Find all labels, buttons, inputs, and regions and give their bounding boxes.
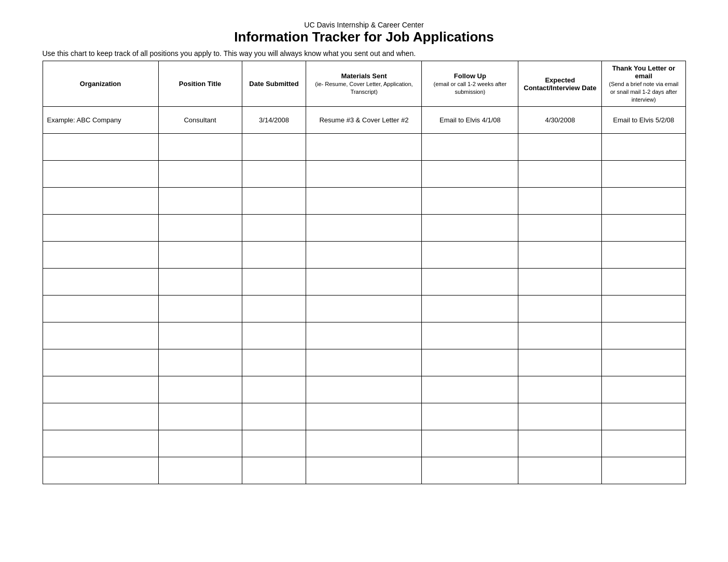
page-header: UC Davis Internship & Career Center Info… <box>43 21 686 45</box>
table-cell <box>242 322 306 349</box>
job-tracker-table: Organization Position Title Date Submitt… <box>43 61 686 484</box>
table-cell <box>306 215 422 242</box>
table-cell <box>43 322 158 349</box>
table-cell <box>602 376 685 403</box>
table-cell <box>422 269 518 296</box>
table-cell <box>422 134 518 161</box>
table-row <box>43 242 685 269</box>
table-cell <box>422 296 518 322</box>
table-cell <box>518 376 602 403</box>
table-cell <box>602 134 685 161</box>
table-row <box>43 161 685 188</box>
main-title: Information Tracker for Job Applications <box>43 29 686 45</box>
table-cell <box>43 269 158 296</box>
table-cell <box>158 322 242 349</box>
table-row <box>43 349 685 376</box>
table-row <box>43 403 685 430</box>
table-cell <box>518 430 602 457</box>
table-cell <box>242 134 306 161</box>
table-cell <box>602 161 685 188</box>
table-cell <box>158 296 242 322</box>
table-cell <box>518 242 602 269</box>
table-cell <box>158 376 242 403</box>
table-cell <box>306 188 422 215</box>
table-cell <box>158 269 242 296</box>
table-cell <box>422 457 518 484</box>
table-cell <box>422 376 518 403</box>
table-cell <box>422 188 518 215</box>
table-cell <box>242 242 306 269</box>
table-cell <box>306 242 422 269</box>
table-cell <box>158 134 242 161</box>
table-cell <box>306 349 422 376</box>
table-cell <box>242 215 306 242</box>
col-header-position-title: Position Title <box>158 61 242 107</box>
table-cell <box>422 349 518 376</box>
table-cell <box>158 430 242 457</box>
col-header-follow-up: Follow Up (email or call 1-2 weeks after… <box>422 61 518 107</box>
table-cell <box>306 430 422 457</box>
table-row <box>43 322 685 349</box>
table-cell <box>306 161 422 188</box>
table-cell <box>43 349 158 376</box>
table-row <box>43 188 685 215</box>
table-cell <box>422 242 518 269</box>
table-cell <box>422 430 518 457</box>
table-cell <box>242 430 306 457</box>
table-cell <box>242 188 306 215</box>
table-row <box>43 269 685 296</box>
table-cell <box>158 457 242 484</box>
table-cell <box>43 403 158 430</box>
table-cell <box>306 296 422 322</box>
table-cell <box>306 269 422 296</box>
table-cell: Consultant <box>158 107 242 134</box>
table-cell: 4/30/2008 <box>518 107 602 134</box>
table-cell <box>518 322 602 349</box>
table-cell <box>518 188 602 215</box>
table-cell <box>43 215 158 242</box>
table-cell: Resume #3 & Cover Letter #2 <box>306 107 422 134</box>
table-cell: Example: ABC Company <box>43 107 158 134</box>
table-cell <box>306 403 422 430</box>
table-cell <box>158 242 242 269</box>
table-cell <box>43 376 158 403</box>
table-cell <box>158 215 242 242</box>
table-cell <box>518 403 602 430</box>
table-cell <box>602 349 685 376</box>
table-row <box>43 376 685 403</box>
table-cell <box>242 457 306 484</box>
table-cell <box>158 161 242 188</box>
table-cell <box>518 349 602 376</box>
table-cell <box>43 457 158 484</box>
table-cell <box>242 349 306 376</box>
table-cell <box>242 269 306 296</box>
table-cell <box>43 296 158 322</box>
table-row <box>43 296 685 322</box>
table-cell <box>602 242 685 269</box>
table-cell <box>242 376 306 403</box>
table-cell <box>43 161 158 188</box>
table-cell <box>422 403 518 430</box>
table-cell <box>158 349 242 376</box>
table-cell: Email to Elvis 4/1/08 <box>422 107 518 134</box>
table-cell <box>158 188 242 215</box>
table-cell <box>518 457 602 484</box>
table-cell <box>602 188 685 215</box>
table-cell <box>518 134 602 161</box>
col-header-materials-sent: Materials Sent (ie- Resume, Cover Letter… <box>306 61 422 107</box>
table-cell <box>306 322 422 349</box>
table-cell <box>602 296 685 322</box>
table-cell <box>518 269 602 296</box>
table-cell <box>43 134 158 161</box>
col-header-thank-you: Thank You Letter or email (Send a brief … <box>602 61 685 107</box>
table-cell <box>422 322 518 349</box>
table-cell: 3/14/2008 <box>242 107 306 134</box>
col-header-date-submitted: Date Submitted <box>242 61 306 107</box>
table-cell <box>602 403 685 430</box>
table-cell <box>602 322 685 349</box>
table-row <box>43 134 685 161</box>
table-cell <box>306 134 422 161</box>
table-cell <box>43 188 158 215</box>
table-cell: Email to Elvis 5/2/08 <box>602 107 685 134</box>
col-header-expected-contact: Expected Contact/Interview Date <box>518 61 602 107</box>
